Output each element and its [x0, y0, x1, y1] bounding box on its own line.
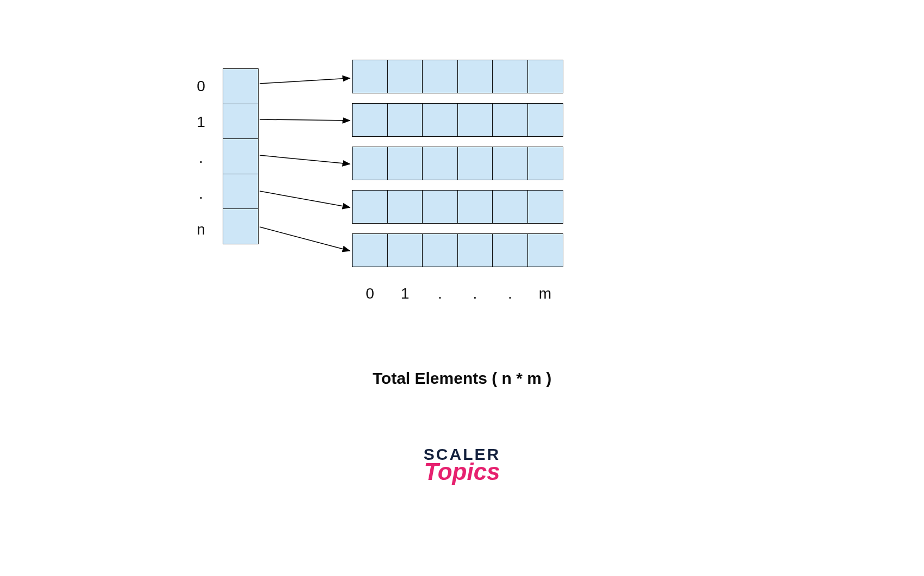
pointer-label: . [190, 176, 212, 212]
column-label: . [457, 285, 493, 302]
array-cell [527, 190, 563, 224]
array-cell [422, 103, 458, 137]
row-arrays [352, 60, 562, 277]
pointer-label: 1 [190, 104, 212, 140]
array-cell [527, 147, 563, 180]
array-cell [422, 60, 458, 93]
row-array [352, 233, 562, 267]
array-cell [492, 147, 528, 180]
scaler-topics-logo: SCALER Topics [0, 445, 924, 485]
array-cell [352, 233, 388, 267]
array-cell [457, 103, 493, 137]
logo-topics-text: Topics [0, 458, 924, 485]
array-cell [492, 190, 528, 224]
pointer-cell [223, 104, 259, 140]
pointer-cell [223, 138, 259, 174]
column-label: . [422, 285, 458, 302]
column-label: 0 [352, 285, 388, 302]
row-array [352, 60, 562, 93]
array-cell [457, 233, 493, 267]
pointer-cell [223, 68, 259, 104]
array-cell [352, 190, 388, 224]
column-label: m [527, 285, 563, 302]
svg-line-1 [260, 119, 350, 121]
array-cell [387, 103, 423, 137]
svg-line-4 [260, 227, 350, 251]
total-elements-caption: Total Elements ( n * m ) [0, 369, 924, 388]
array-cell [527, 233, 563, 267]
pointer-label: . [190, 140, 212, 176]
array-cell [457, 60, 493, 93]
column-label: 1 [387, 285, 423, 302]
array-cell [527, 60, 563, 93]
pointer-column [223, 68, 259, 244]
array-cell [422, 233, 458, 267]
pointer-label: 0 [190, 68, 212, 104]
array-cell [352, 147, 388, 180]
array-cell [387, 190, 423, 224]
array-cell [352, 103, 388, 137]
svg-line-3 [260, 191, 350, 207]
column-index-labels: 0 1 . . . m [352, 285, 562, 302]
pointer-cell [223, 208, 259, 244]
array-cell [387, 147, 423, 180]
array-cell [492, 60, 528, 93]
array-of-pointers-diagram: 0 1 . . n [190, 60, 570, 331]
svg-line-2 [260, 155, 350, 164]
pointer-cell [223, 174, 259, 210]
row-array [352, 103, 562, 137]
array-cell [352, 60, 388, 93]
array-cell [457, 147, 493, 180]
array-cell [492, 233, 528, 267]
row-array [352, 190, 562, 224]
pointer-label: n [190, 212, 212, 248]
array-cell [527, 103, 563, 137]
array-cell [422, 190, 458, 224]
row-array [352, 147, 562, 180]
array-cell [387, 233, 423, 267]
column-label: . [492, 285, 528, 302]
array-cell [457, 190, 493, 224]
pointer-index-labels: 0 1 . . n [190, 68, 212, 248]
array-cell [387, 60, 423, 93]
svg-line-0 [260, 78, 350, 84]
array-cell [422, 147, 458, 180]
array-cell [492, 103, 528, 137]
